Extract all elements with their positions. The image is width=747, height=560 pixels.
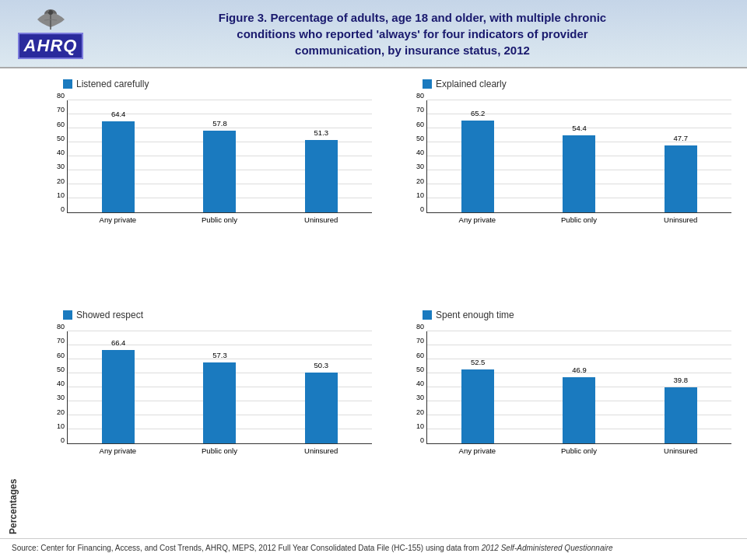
bar-value-public-3: 57.3: [212, 351, 227, 359]
bar-value-public-2: 54.4: [572, 124, 587, 132]
chart-spent-enough-time: Spent enough time 80 70 60 50 40 30 20: [380, 303, 739, 534]
bar-value-any-private-4: 52.5: [471, 358, 486, 366]
bar-group-any-private-1: 64.4: [68, 100, 169, 212]
x-label-uninsured-3: Uninsured: [270, 446, 372, 455]
bar-any-private-2: 65.2: [461, 121, 494, 212]
bar-any-private-1: 64.4: [102, 121, 135, 212]
y-tick4-30: 30: [407, 394, 426, 401]
bar-value-uninsured-1: 51.3: [314, 128, 329, 137]
y-tick4-60: 60: [407, 352, 426, 359]
y-axis-label: Percentages: [8, 72, 20, 534]
legend-text-explained: Explained clearly: [436, 79, 507, 89]
bar-value-uninsured-4: 39.8: [674, 376, 689, 384]
y-tick4-10: 10: [407, 422, 426, 430]
y-tick4-80: 80: [407, 323, 426, 331]
y-tick-30: 30: [47, 163, 67, 170]
x-labels-1: Any private Public only Uninsured: [67, 213, 372, 224]
legend-time: Spent enough time: [423, 310, 514, 320]
bar-chart-time: 80 70 60 50 40 30 20 10 0: [407, 323, 731, 455]
bar-any-private-3: 66.4: [102, 350, 135, 443]
legend-listened: Listened carefully: [63, 79, 149, 89]
y-tick-0: 0: [47, 205, 67, 213]
x-label-any-private-4: Any private: [426, 446, 528, 455]
x-label-any-private-2: Any private: [426, 215, 528, 224]
legend-color-box-3: [63, 310, 72, 320]
bar-group-public-1: 57.8: [169, 100, 270, 212]
bar-value-public-1: 57.8: [212, 119, 227, 128]
y-tick3-20: 20: [47, 408, 67, 416]
bar-chart-inner-explained: 80 70 60 50 40 30 20 10 0: [407, 92, 731, 213]
x-label-uninsured-4: Uninsured: [630, 446, 731, 455]
y-tick4-0: 0: [407, 436, 426, 444]
main-content: Percentages Listened carefully 80 7: [0, 68, 747, 538]
y-tick-70: 70: [47, 106, 67, 114]
legend-explained: Explained clearly: [423, 79, 507, 89]
footer: Source: Center for Financing, Access, an…: [0, 538, 747, 560]
legend-color-box-2: [423, 79, 432, 89]
bar-uninsured-4: 39.8: [665, 387, 697, 443]
y-tick-20: 20: [47, 177, 67, 185]
y-tick2-10: 10: [407, 191, 426, 199]
bar-chart-explained: 80 70 60 50 40 30 20 10 0: [407, 92, 731, 224]
bar-group-any-private-2: 65.2: [427, 100, 528, 212]
title-area: Figure 3. Percentage of adults, age 18 a…: [93, 9, 731, 58]
y-tick2-20: 20: [407, 177, 426, 185]
y-tick2-30: 30: [407, 163, 426, 170]
y-tick-60: 60: [47, 121, 67, 128]
bar-value-uninsured-3: 50.3: [314, 361, 329, 369]
x-label-any-private-1: Any private: [67, 215, 169, 224]
y-tick-40: 40: [47, 149, 67, 156]
y-tick2-50: 50: [407, 135, 426, 142]
y-tick2-0: 0: [407, 205, 426, 213]
bar-uninsured-1: 51.3: [305, 140, 338, 212]
bar-group-uninsured-4: 39.8: [630, 331, 731, 443]
charts-grid: Listened carefully 80 70 60 50 40 30: [20, 72, 739, 534]
y-tick4-50: 50: [407, 366, 426, 373]
footer-italic: 2012 Self-Administered Questionnaire: [482, 544, 613, 552]
bar-uninsured-3: 50.3: [305, 373, 338, 443]
eagle-icon: [33, 8, 68, 33]
chart-title: Figure 3. Percentage of adults, age 18 a…: [93, 9, 731, 58]
footer-text: Source: Center for Financing, Access, an…: [12, 544, 482, 552]
legend-text-respect: Showed respect: [76, 310, 143, 320]
bar-value-public-4: 46.9: [572, 366, 587, 374]
x-label-any-private-3: Any private: [67, 446, 169, 455]
y-tick-50: 50: [47, 135, 67, 142]
y-tick4-20: 20: [407, 408, 426, 416]
bar-group-any-private-4: 52.5: [427, 331, 528, 443]
y-tick4-40: 40: [407, 380, 426, 387]
y-tick-10: 10: [47, 191, 67, 199]
bar-any-private-4: 52.5: [461, 369, 494, 443]
legend-respect: Showed respect: [63, 310, 143, 320]
y-tick2-70: 70: [407, 106, 426, 114]
y-tick3-70: 70: [47, 337, 67, 345]
x-label-public-3: Public only: [169, 446, 271, 455]
legend-color-box-4: [423, 310, 432, 320]
bar-group-uninsured-1: 51.3: [271, 100, 372, 212]
bar-group-uninsured-2: 47.7: [630, 100, 731, 212]
y-tick2-60: 60: [407, 121, 426, 128]
x-label-uninsured-2: Uninsured: [630, 215, 731, 224]
x-label-uninsured-1: Uninsured: [270, 215, 372, 224]
chart-showed-respect: Showed respect 80 70 60 50 40 30 20: [20, 303, 380, 534]
bar-public-4: 46.9: [563, 377, 595, 443]
ahrq-logo: AHRQ: [18, 33, 84, 59]
bar-value-any-private-1: 64.4: [111, 110, 126, 118]
y-tick3-50: 50: [47, 366, 67, 373]
y-tick3-60: 60: [47, 352, 67, 359]
y-tick2-80: 80: [407, 92, 426, 100]
x-label-public-2: Public only: [528, 215, 630, 224]
legend-text-time: Spent enough time: [436, 310, 514, 320]
bar-uninsured-2: 47.7: [665, 145, 697, 212]
page-wrapper: AHRQ Figure 3. Percentage of adults, age…: [0, 0, 747, 560]
bar-group-uninsured-3: 50.3: [271, 331, 372, 443]
x-label-public-4: Public only: [528, 446, 630, 455]
y-tick3-10: 10: [47, 422, 67, 430]
y-tick2-40: 40: [407, 149, 426, 156]
chart-listened-carefully: Listened carefully 80 70 60 50 40 30: [20, 72, 380, 303]
y-tick3-40: 40: [47, 380, 67, 387]
bar-value-any-private-3: 66.4: [111, 338, 126, 347]
legend-color-box: [63, 79, 72, 89]
bar-public-1: 57.8: [203, 131, 236, 212]
logo-area: AHRQ: [8, 8, 93, 59]
